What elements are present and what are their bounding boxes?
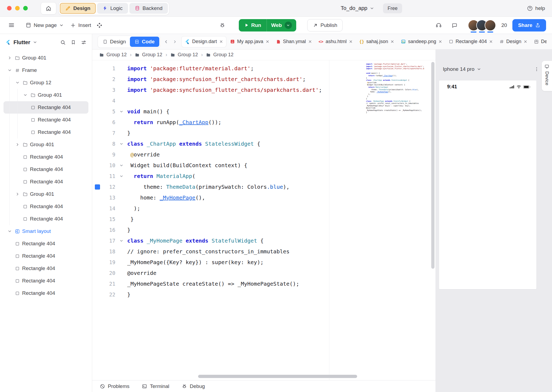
- breadcrumb-item[interactable]: Group 12: [99, 52, 127, 58]
- new-page-button[interactable]: New page: [22, 20, 67, 31]
- publish-button[interactable]: Publish: [307, 19, 343, 32]
- main-area: Design Code Design.dartMy app.javaShan.y…: [92, 34, 552, 392]
- chevron-right-icon[interactable]: [6, 56, 13, 60]
- search-icon[interactable]: [60, 40, 66, 45]
- play-icon: [244, 23, 249, 27]
- close-tab-icon[interactable]: [349, 40, 353, 44]
- panel-tab-terminal[interactable]: Terminal: [142, 383, 169, 389]
- layer-item[interactable]: Group 401: [4, 52, 88, 64]
- home-button[interactable]: [41, 2, 56, 15]
- layer-item[interactable]: Rectangle 404: [4, 237, 88, 250]
- layer-item[interactable]: Rectangle 404: [4, 114, 88, 126]
- close-tab-icon[interactable]: [489, 40, 493, 44]
- panel-tab-debug[interactable]: Debug: [182, 383, 205, 389]
- chevron-down-icon[interactable]: [6, 68, 13, 72]
- layer-item[interactable]: Smart layout: [4, 225, 88, 237]
- breadcrumb-item[interactable]: Group 12: [135, 52, 162, 58]
- components-button[interactable]: [94, 20, 105, 30]
- color-swatch[interactable]: [95, 184, 100, 190]
- file-tab[interactable]: Design: [496, 36, 530, 47]
- chevron-right-icon[interactable]: [13, 142, 21, 147]
- close-tab-icon[interactable]: [438, 40, 442, 44]
- minimize-window-button[interactable]: [15, 6, 20, 10]
- fold-toggle-icon[interactable]: [115, 163, 127, 167]
- file-tab[interactable]: Rectangle 404: [446, 36, 496, 47]
- file-tab[interactable]: Shan.ymal: [273, 36, 315, 47]
- voice-chat-button[interactable]: [433, 20, 444, 30]
- horizontal-scrollbar[interactable]: [198, 375, 357, 378]
- close-tab-icon[interactable]: [219, 40, 223, 44]
- file-tab[interactable]: Design.dart: [181, 36, 226, 47]
- insert-button[interactable]: Insert: [67, 20, 95, 31]
- layer-item[interactable]: Rectangle 404: [4, 287, 88, 299]
- fold-toggle-icon[interactable]: [115, 174, 127, 178]
- layer-item[interactable]: Rectangle 404: [4, 275, 88, 287]
- fold-toggle-icon[interactable]: [115, 239, 127, 243]
- file-tab-name: ashu.html: [326, 39, 347, 44]
- layer-item[interactable]: Rectangle 404: [4, 151, 88, 163]
- chevron-down-icon[interactable]: [6, 229, 13, 233]
- filter-icon[interactable]: [81, 40, 87, 45]
- panel-tab-problems[interactable]: Problems: [100, 383, 129, 389]
- close-tab-icon[interactable]: [265, 40, 270, 44]
- chevron-down-icon[interactable]: [477, 67, 481, 71]
- fold-toggle-icon[interactable]: [115, 142, 127, 146]
- help-button[interactable]: help: [527, 5, 545, 11]
- mode-tab-backend[interactable]: Backend: [129, 3, 168, 14]
- zoom-window-button[interactable]: [23, 6, 28, 10]
- comments-button[interactable]: [449, 20, 460, 30]
- collaborator-avatar[interactable]: [485, 20, 496, 31]
- layer-item[interactable]: Rectangle 404: [4, 213, 88, 225]
- mode-tab-logic[interactable]: Logic: [97, 3, 128, 14]
- fold-toggle-icon[interactable]: [115, 110, 127, 114]
- tabs-scroll-left-icon[interactable]: [163, 38, 170, 45]
- close-tab-icon[interactable]: [308, 40, 312, 44]
- file-tab[interactable]: {}sahaj.json: [356, 36, 397, 47]
- layer-item[interactable]: Rectangle 404: [4, 101, 88, 114]
- breadcrumb-item[interactable]: Group 12: [170, 52, 198, 58]
- debug-run-button[interactable]: [217, 20, 227, 30]
- tabs-scroll-right-icon[interactable]: [172, 38, 178, 45]
- share-button[interactable]: Share: [512, 19, 546, 32]
- main-menu-button[interactable]: [6, 20, 17, 31]
- run-target-dropdown[interactable]: Web: [267, 19, 296, 32]
- file-tab[interactable]: sandeep.png: [398, 36, 445, 47]
- more-options-icon[interactable]: [534, 66, 539, 72]
- layer-item[interactable]: Frame: [4, 64, 88, 76]
- layer-item[interactable]: Group 401: [4, 89, 88, 101]
- layer-item[interactable]: Rectangle 404: [4, 250, 88, 262]
- share-label: Share: [518, 22, 532, 28]
- bookmark-icon[interactable]: [71, 40, 76, 45]
- chevron-down-icon[interactable]: [13, 80, 21, 85]
- device-name[interactable]: Iphone 14 pro: [443, 66, 474, 72]
- breadcrumb-item[interactable]: Group 12: [206, 52, 233, 58]
- file-tab[interactable]: My app.java: [227, 36, 272, 47]
- layer-item[interactable]: Rectangle 404: [4, 126, 88, 138]
- layer-item[interactable]: Group 401: [4, 188, 88, 200]
- close-window-button[interactable]: [7, 6, 12, 10]
- layer-item[interactable]: Rectangle 404: [4, 200, 88, 213]
- code-editor[interactable]: 1import 'package:flutter/material.dart';…: [92, 60, 436, 380]
- vertical-scrollbar[interactable]: [431, 62, 434, 269]
- layer-item[interactable]: Rectangle 404: [4, 163, 88, 176]
- code-view-tab[interactable]: Code: [130, 37, 159, 47]
- mode-tab-design[interactable]: Design: [60, 3, 96, 14]
- chevron-down-icon[interactable]: [33, 40, 37, 44]
- close-tab-icon[interactable]: [523, 40, 527, 44]
- project-switcher[interactable]: To_do_app: [341, 0, 374, 16]
- minimap[interactable]: import 'package:flutter/material.dart';i…: [366, 63, 424, 114]
- chevron-down-icon[interactable]: [21, 93, 29, 97]
- device-panel-tab[interactable]: Device: [542, 61, 552, 91]
- chevron-right-icon[interactable]: [13, 192, 21, 196]
- layer-item[interactable]: Rectangle 404: [4, 262, 88, 275]
- file-tab-name: My app.java: [237, 39, 263, 44]
- file-tab[interactable]: <>ashu.html: [316, 36, 356, 47]
- file-tab[interactable]: Design: [531, 36, 547, 47]
- layer-item[interactable]: Rectangle 404: [4, 176, 88, 188]
- layer-item[interactable]: Group 12: [4, 76, 88, 89]
- close-tab-icon[interactable]: [390, 40, 394, 44]
- layer-item[interactable]: Group 401: [4, 138, 88, 151]
- code-line: 22}: [92, 289, 436, 300]
- run-button[interactable]: Run: [239, 19, 267, 32]
- design-view-tab[interactable]: Design: [99, 37, 130, 47]
